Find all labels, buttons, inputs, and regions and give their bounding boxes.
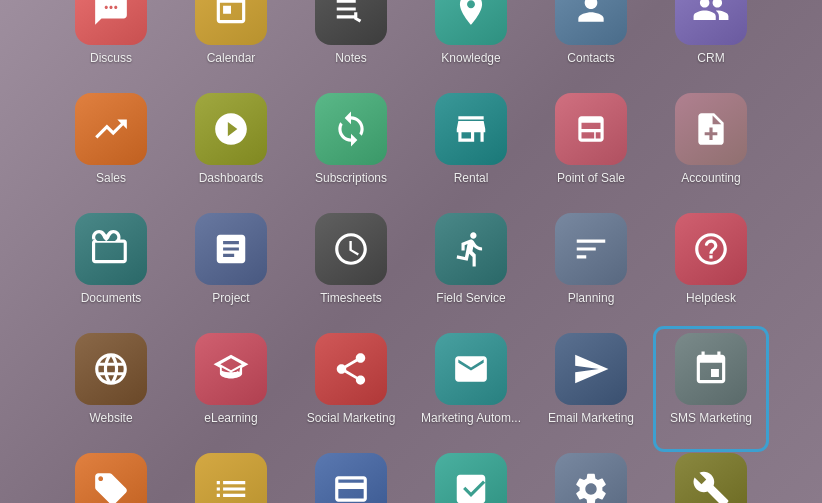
app-item-planning[interactable]: Planning (536, 209, 646, 329)
app-icon-app29 (555, 453, 627, 504)
app-label-dashboards: Dashboards (199, 171, 264, 185)
app-icon-calendar (195, 0, 267, 45)
app-label-documents: Documents (81, 291, 142, 305)
app-label-subscriptions: Subscriptions (315, 171, 387, 185)
app-label-knowledge: Knowledge (441, 51, 500, 65)
app-icon-elearning (195, 333, 267, 405)
app-icon-documents (75, 213, 147, 285)
app-label-point-of-sale: Point of Sale (557, 171, 625, 185)
app-icon-app27 (315, 453, 387, 504)
app-label-sms-marketing: SMS Marketing (670, 411, 752, 425)
app-grid: DiscussCalendarNotesKnowledgeContactsCRM… (36, 0, 786, 503)
app-item-knowledge[interactable]: Knowledge (416, 0, 526, 89)
app-label-website: Website (89, 411, 132, 425)
app-label-project: Project (212, 291, 249, 305)
app-icon-app26 (195, 453, 267, 504)
app-item-website[interactable]: Website (56, 329, 166, 449)
app-icon-helpdesk (675, 213, 747, 285)
app-item-contacts[interactable]: Contacts (536, 0, 646, 89)
app-icon-timesheets (315, 213, 387, 285)
app-icon-project (195, 213, 267, 285)
app-icon-app28 (435, 453, 507, 504)
app-label-elearning: eLearning (204, 411, 257, 425)
app-item-app25[interactable] (56, 449, 166, 504)
app-label-rental: Rental (454, 171, 489, 185)
app-icon-discuss (75, 0, 147, 45)
app-item-sms-marketing[interactable]: SMS Marketing (656, 329, 766, 449)
app-icon-app30 (675, 453, 747, 504)
app-label-helpdesk: Helpdesk (686, 291, 736, 305)
app-item-social-marketing[interactable]: Social Marketing (296, 329, 406, 449)
app-item-timesheets[interactable]: Timesheets (296, 209, 406, 329)
app-icon-accounting (675, 93, 747, 165)
app-item-notes[interactable]: Notes (296, 0, 406, 89)
app-item-elearning[interactable]: eLearning (176, 329, 286, 449)
app-icon-knowledge (435, 0, 507, 45)
app-icon-crm (675, 0, 747, 45)
app-item-field-service[interactable]: Field Service (416, 209, 526, 329)
app-item-documents[interactable]: Documents (56, 209, 166, 329)
app-item-sales[interactable]: Sales (56, 89, 166, 209)
app-icon-email-marketing (555, 333, 627, 405)
app-label-contacts: Contacts (567, 51, 614, 65)
app-label-social-marketing: Social Marketing (307, 411, 396, 425)
app-item-point-of-sale[interactable]: Point of Sale (536, 89, 646, 209)
app-icon-sms-marketing (675, 333, 747, 405)
app-label-planning: Planning (568, 291, 615, 305)
app-label-timesheets: Timesheets (320, 291, 382, 305)
app-item-dashboards[interactable]: Dashboards (176, 89, 286, 209)
app-label-notes: Notes (335, 51, 366, 65)
app-label-field-service: Field Service (436, 291, 505, 305)
app-item-crm[interactable]: CRM (656, 0, 766, 89)
app-item-app26[interactable] (176, 449, 286, 504)
app-item-subscriptions[interactable]: Subscriptions (296, 89, 406, 209)
app-icon-notes (315, 0, 387, 45)
app-item-rental[interactable]: Rental (416, 89, 526, 209)
app-icon-field-service (435, 213, 507, 285)
app-item-email-marketing[interactable]: Email Marketing (536, 329, 646, 449)
app-icon-app25 (75, 453, 147, 504)
app-item-helpdesk[interactable]: Helpdesk (656, 209, 766, 329)
app-icon-marketing-automation (435, 333, 507, 405)
app-label-marketing-automation: Marketing Autom... (421, 411, 521, 425)
app-icon-social-marketing (315, 333, 387, 405)
app-icon-sales (75, 93, 147, 165)
app-item-accounting[interactable]: Accounting (656, 89, 766, 209)
app-icon-contacts (555, 0, 627, 45)
app-item-project[interactable]: Project (176, 209, 286, 329)
app-icon-planning (555, 213, 627, 285)
app-item-marketing-automation[interactable]: Marketing Autom... (416, 329, 526, 449)
app-icon-rental (435, 93, 507, 165)
app-label-email-marketing: Email Marketing (548, 411, 634, 425)
app-label-accounting: Accounting (681, 171, 740, 185)
app-item-app29[interactable] (536, 449, 646, 504)
app-icon-dashboards (195, 93, 267, 165)
app-item-app28[interactable] (416, 449, 526, 504)
app-label-calendar: Calendar (207, 51, 256, 65)
app-icon-subscriptions (315, 93, 387, 165)
app-label-discuss: Discuss (90, 51, 132, 65)
app-icon-point-of-sale (555, 93, 627, 165)
app-item-calendar[interactable]: Calendar (176, 0, 286, 89)
app-item-app30[interactable] (656, 449, 766, 504)
app-item-discuss[interactable]: Discuss (56, 0, 166, 89)
app-icon-website (75, 333, 147, 405)
app-label-crm: CRM (697, 51, 724, 65)
app-item-app27[interactable] (296, 449, 406, 504)
app-label-sales: Sales (96, 171, 126, 185)
